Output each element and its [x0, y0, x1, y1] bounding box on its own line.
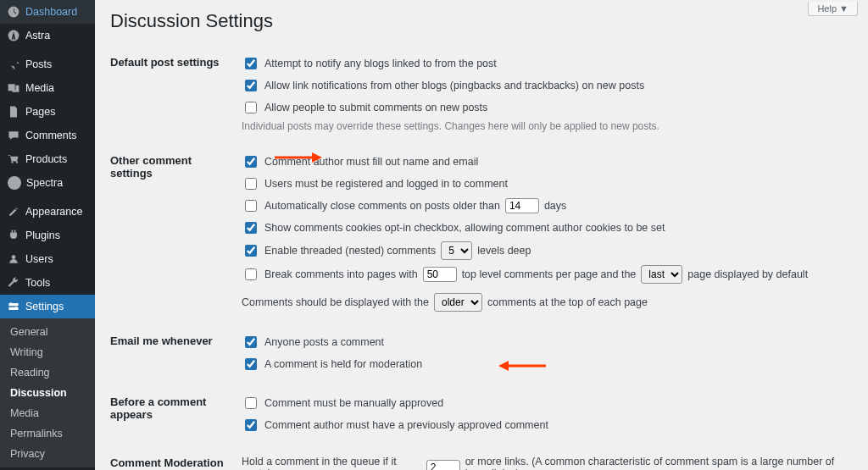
sidebar-item-label: Users: [25, 253, 53, 265]
select-comment-order[interactable]: older: [434, 293, 482, 312]
opt-label: Anyone posts a comment: [264, 336, 384, 348]
checkbox-allow-pingbacks[interactable]: [245, 80, 257, 91]
checkbox-allow-comments[interactable]: [245, 102, 257, 113]
admin-sidebar: Dashboard Astra Posts Media Pages Commen…: [0, 0, 95, 470]
opt-label: page displayed by default: [687, 268, 808, 280]
sidebar-item-plugins[interactable]: Plugins: [0, 224, 95, 247]
pin-icon: [7, 58, 20, 71]
sidebar-item-label: Settings: [25, 301, 64, 312]
checkbox-threaded[interactable]: [245, 245, 257, 257]
checkbox-paginate[interactable]: [245, 268, 257, 280]
help-tab[interactable]: Help ▼: [808, 2, 858, 16]
opt-require-login[interactable]: Users must be registered and logged in t…: [242, 173, 853, 195]
opt-email-held[interactable]: A comment is held for moderation: [242, 353, 853, 375]
sidebar-item-label: Pages: [25, 106, 55, 118]
section-heading-default: Default post settings: [110, 44, 242, 142]
opt-label: Hold a comment in the queue if it contai…: [242, 456, 421, 470]
opt-allow-comments[interactable]: Allow people to submit comments on new p…: [242, 97, 853, 119]
sidebar-item-label: Dashboard: [25, 6, 77, 18]
astra-icon: [7, 29, 20, 42]
checkbox-email-anyone[interactable]: [245, 336, 257, 348]
opt-label: Comment author must have a previously ap…: [264, 419, 548, 431]
sidebar-item-posts[interactable]: Posts: [0, 53, 95, 76]
opt-require-name-email[interactable]: Comment author must fill out name and em…: [242, 151, 853, 173]
input-per-page[interactable]: [423, 267, 457, 282]
plugins-icon: [7, 229, 20, 242]
sub-item-writing[interactable]: Writing: [0, 342, 95, 362]
sub-item-general[interactable]: General: [0, 322, 95, 342]
select-thread-depth[interactable]: 5: [441, 241, 472, 260]
opt-label: Comments should be displayed with the: [242, 296, 429, 308]
checkbox-auto-close[interactable]: [245, 200, 257, 212]
checkbox-cookies-optin[interactable]: [245, 222, 257, 234]
opt-allow-pingbacks[interactable]: Allow link notifications from other blog…: [242, 75, 853, 97]
opt-prev-approved[interactable]: Comment author must have a previously ap…: [242, 414, 853, 436]
sidebar-item-users[interactable]: Users: [0, 247, 95, 271]
sidebar-item-spectra[interactable]: Spectra: [0, 171, 95, 195]
opt-threaded: Enable threaded (nested) comments 5 leve…: [242, 239, 853, 263]
checkbox-email-held[interactable]: [245, 358, 257, 370]
sidebar-item-astra[interactable]: Astra: [0, 24, 95, 47]
opt-email-anyone[interactable]: Anyone posts a comment: [242, 331, 853, 353]
sub-item-reading[interactable]: Reading: [0, 362, 95, 383]
dashboard-icon: [7, 5, 20, 19]
products-icon: [7, 152, 20, 166]
sub-item-permalinks[interactable]: Permalinks: [0, 423, 95, 444]
opt-label: Break comments into pages with: [264, 268, 418, 280]
help-label: Help: [817, 3, 837, 14]
checkbox-notify-linked[interactable]: [245, 58, 257, 69]
default-desc: Individual posts may override these sett…: [242, 119, 853, 134]
opt-paginate: Break comments into pages with top level…: [242, 263, 853, 286]
input-close-days[interactable]: [505, 198, 539, 213]
opt-label: Allow people to submit comments on new p…: [264, 102, 487, 113]
sidebar-item-appearance[interactable]: Appearance: [0, 200, 95, 224]
select-default-page[interactable]: last: [641, 265, 682, 284]
sidebar-item-media[interactable]: Media: [0, 76, 95, 100]
pages-icon: [7, 105, 20, 119]
opt-label: Attempt to notify any blogs linked to fr…: [264, 58, 497, 69]
users-icon: [7, 252, 20, 266]
opt-auto-close: Automatically close comments on posts ol…: [242, 195, 853, 217]
input-max-links[interactable]: [426, 460, 460, 470]
sidebar-item-label: Posts: [25, 58, 52, 70]
main-content: Help ▼ Discussion Settings Default post …: [95, 0, 868, 470]
sidebar-item-comments[interactable]: Comments: [0, 124, 95, 147]
checkbox-prev-approved[interactable]: [245, 419, 257, 431]
sub-item-discussion[interactable]: Discussion: [0, 383, 95, 403]
opt-manual-approve[interactable]: Comment must be manually approved: [242, 392, 853, 414]
opt-link-count: Hold a comment in the queue if it contai…: [242, 453, 853, 470]
comments-icon: [7, 129, 20, 142]
sidebar-item-products[interactable]: Products: [0, 147, 95, 171]
sidebar-item-label: Plugins: [25, 229, 60, 241]
opt-label: Comment author must fill out name and em…: [264, 156, 478, 168]
sidebar-item-pages[interactable]: Pages: [0, 100, 95, 124]
checkbox-require-name-email[interactable]: [245, 156, 257, 168]
section-heading-before: Before a comment appears: [110, 384, 242, 445]
section-heading-email: Email me whenever: [110, 323, 242, 384]
appearance-icon: [7, 205, 20, 218]
sidebar-item-label: Astra: [25, 30, 50, 41]
checkbox-require-login[interactable]: [245, 178, 257, 190]
sub-item-media[interactable]: Media: [0, 403, 95, 423]
sidebar-item-tools[interactable]: Tools: [0, 271, 95, 295]
sidebar-item-dashboard[interactable]: Dashboard: [0, 0, 95, 24]
opt-label: A comment is held for moderation: [264, 358, 422, 370]
opt-cookies-optin[interactable]: Show comments cookies opt-in checkbox, a…: [242, 217, 853, 239]
settings-submenu: General Writing Reading Discussion Media…: [0, 318, 95, 467]
sidebar-item-settings[interactable]: Settings: [0, 295, 95, 318]
section-heading-moderation: Comment Moderation: [110, 445, 242, 470]
opt-label: levels deep: [477, 245, 531, 257]
opt-label: Comment must be manually approved: [264, 397, 443, 409]
checkbox-manual-approve[interactable]: [245, 397, 257, 409]
opt-label: Users must be registered and logged in t…: [264, 178, 508, 190]
opt-label: Enable threaded (nested) comments: [264, 245, 436, 257]
sub-item-privacy[interactable]: Privacy: [0, 444, 95, 464]
opt-label: Show comments cookies opt-in checkbox, a…: [264, 222, 665, 234]
opt-label: Automatically close comments on posts ol…: [264, 200, 500, 212]
opt-notify-linked[interactable]: Attempt to notify any blogs linked to fr…: [242, 53, 853, 75]
page-title: Discussion Settings: [110, 10, 853, 32]
sidebar-item-label: Tools: [25, 277, 50, 289]
sidebar-item-label: Spectra: [26, 177, 63, 189]
sidebar-item-label: Media: [25, 82, 54, 94]
sidebar-item-label: Appearance: [25, 206, 82, 218]
